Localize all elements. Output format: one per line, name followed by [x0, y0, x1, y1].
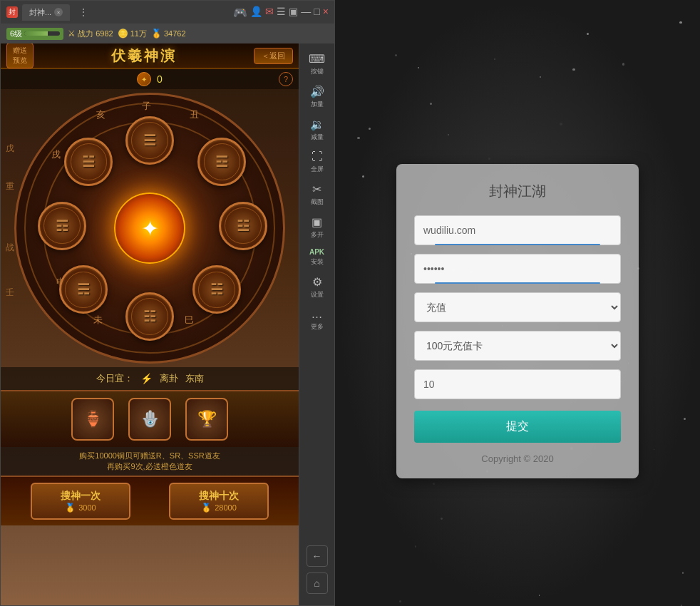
coins-value: 11万: [130, 29, 147, 39]
promo-text-1: 购买10000铜贝可赠送R、SR、SSR道友: [79, 451, 220, 461]
title-bar: 封 封神... × ⋮ 🎮 👤 ✉ ☰ ▣ — □ ×: [1, 1, 334, 24]
gift-button[interactable]: 赠送 预览: [6, 43, 34, 68]
volume-down-icon: 🔉: [310, 118, 324, 131]
reward-item-2: 🪬: [128, 398, 171, 441]
nav-back-button[interactable]: ←: [307, 545, 328, 567]
emulator-sidebar: ⌨ 按键 🔊 加量 🔉 减量 ⛶ 全屏 ✂ 截图 ▣ 多开: [299, 43, 334, 605]
label-hai: 亥: [96, 108, 105, 121]
trigram-icon: ⚡: [140, 373, 153, 384]
action-btn-single-cost: 🥇 3000: [46, 503, 115, 513]
keyboard-icon: ⌨: [309, 52, 325, 66]
label-xu: 戌: [51, 148, 61, 161]
username-input[interactable]: [414, 215, 621, 245]
copyright: Copyright © 2020: [414, 453, 621, 464]
close-button[interactable]: ×: [323, 6, 329, 19]
amount-select[interactable]: 100元充值卡: [414, 331, 621, 361]
sidebar-keyboard[interactable]: ⌨ 按键: [302, 49, 333, 79]
gold-stat: 🥇 34762: [151, 29, 186, 38]
apk-icon: APK: [309, 248, 324, 256]
medallion-top-right[interactable]: ☲: [197, 138, 246, 186]
medallion-top-left[interactable]: ☱: [64, 138, 113, 186]
cost-icon-1: 🥇: [65, 503, 76, 513]
more-icon: …: [312, 308, 323, 321]
menu-icon[interactable]: ☰: [277, 6, 286, 19]
level-badge: 6级: [6, 28, 63, 40]
fullscreen-label: 全屏: [311, 165, 324, 174]
nav-arrows: ← ⌂: [307, 545, 328, 600]
sidebar-volume-up[interactable]: 🔊 加量: [302, 82, 333, 112]
password-input[interactable]: [414, 254, 621, 284]
multiopen-icon: ▣: [312, 215, 322, 229]
maximize-button[interactable]: □: [314, 6, 319, 19]
sidebar-settings[interactable]: ⚙ 设置: [302, 272, 333, 302]
quantity-input[interactable]: [414, 369, 621, 399]
cost-icon-2: 🥇: [201, 503, 212, 513]
minimize-button[interactable]: —: [301, 6, 311, 19]
tab-label: 封神...: [29, 7, 51, 18]
sidebar-screenshot[interactable]: ✂ 截图: [302, 180, 333, 210]
user-icon[interactable]: 👤: [250, 6, 262, 19]
action-bar: 搜神一次 🥇 3000 搜神十次 🥇 28000: [1, 476, 299, 525]
sidebar-more[interactable]: … 更多: [302, 305, 333, 334]
emulator-window: 封 封神... × ⋮ 🎮 👤 ✉ ☰ ▣ — □ × 6级 ⚔ 战力: [0, 0, 335, 606]
keyboard-label: 按键: [311, 67, 324, 76]
sidebar-volume-down[interactable]: 🔉 减量: [302, 115, 333, 145]
game-title: 伏羲神演: [111, 46, 177, 66]
center-glow: ✦: [114, 192, 185, 264]
password-underline: [435, 282, 600, 284]
info-label: 今日宜：: [96, 372, 133, 385]
game-board: 子 丑 寅 卯 辰 巳 午 未 申 酉 戌 亥 戊 重 战 壬: [14, 93, 285, 364]
gold-icon: 🥇: [151, 29, 162, 38]
score-icon: ✦: [137, 72, 151, 86]
volume-down-label: 减量: [311, 133, 324, 142]
scissors-icon: ✂: [312, 183, 321, 196]
action-button-single[interactable]: 搜神一次 🥇 3000: [31, 483, 130, 520]
side-label-ren: 壬: [6, 287, 14, 299]
medallion-bottom[interactable]: ☷: [125, 292, 174, 341]
tab-item[interactable]: 封神... ×: [22, 4, 70, 21]
gamepad-icon[interactable]: 🎮: [233, 6, 247, 19]
medallion-left[interactable]: ☶: [38, 202, 86, 250]
action-button-ten[interactable]: 搜神十次 🥇 28000: [169, 483, 269, 520]
score-value: 0: [157, 73, 163, 85]
power-stat: ⚔ 战力 6982: [68, 29, 113, 39]
tab-close-button[interactable]: ×: [54, 8, 63, 16]
submit-button[interactable]: 提交: [414, 411, 621, 443]
back-button[interactable]: ＜返回: [254, 48, 293, 64]
mail-icon[interactable]: ✉: [265, 6, 274, 19]
type-select[interactable]: 充值: [414, 292, 621, 322]
help-icon[interactable]: ?: [279, 72, 293, 86]
toolbar: 6级 ⚔ 战力 6982 🪙 11万 🥇 34762: [1, 24, 334, 43]
dialog-title: 封神江湖: [414, 182, 621, 201]
game-infobar: 今日宜： ⚡ 离卦 东南: [1, 367, 299, 390]
window-icon[interactable]: ▣: [289, 6, 298, 19]
nav-home-button[interactable]: ⌂: [307, 572, 328, 594]
reward-item-3: 🏆: [185, 398, 228, 441]
medallion-bottom-right[interactable]: ☵: [192, 265, 241, 314]
gear-icon: ⚙: [312, 275, 322, 289]
action-btn-single-label: 搜神一次: [46, 490, 115, 503]
install-label: 安装: [311, 257, 324, 267]
menu-dots-icon[interactable]: ⋮: [78, 6, 88, 18]
side-label-chong: 重: [6, 180, 14, 192]
direction-text: 东南: [185, 372, 204, 385]
reward-bar: 🏺 🪬 🏆: [1, 390, 299, 447]
medallion-bottom-left[interactable]: ☴: [59, 265, 108, 314]
gold-value: 34762: [164, 29, 186, 38]
app-icon: 封: [6, 6, 18, 18]
action-btn-ten-cost: 🥇 28000: [185, 503, 253, 513]
label-chou: 丑: [190, 108, 199, 121]
label-zi: 子: [142, 100, 151, 113]
sidebar-fullscreen[interactable]: ⛶ 全屏: [302, 148, 333, 177]
info-strip: 购买10000铜贝可赠送R、SR、SSR道友 再购买9次,必送橙色道友: [1, 447, 299, 476]
sidebar-multiopen[interactable]: ▣ 多开: [302, 212, 333, 242]
side-label-zhan: 战: [6, 242, 14, 254]
medallion-top[interactable]: ☰: [125, 116, 174, 165]
medallion-right[interactable]: ☳: [219, 202, 267, 250]
cost-value-2: 28000: [215, 503, 237, 512]
board-background: 子 丑 寅 卯 辰 巳 午 未 申 酉 戌 亥 戊 重 战 壬: [14, 93, 285, 364]
power-value: 战力 6982: [78, 29, 113, 39]
sidebar-install[interactable]: APK 安装: [302, 245, 333, 269]
title-controls: 🎮 👤 ✉ ☰ ▣ — □ ×: [233, 6, 329, 19]
trigram-text: 离卦: [160, 372, 178, 385]
